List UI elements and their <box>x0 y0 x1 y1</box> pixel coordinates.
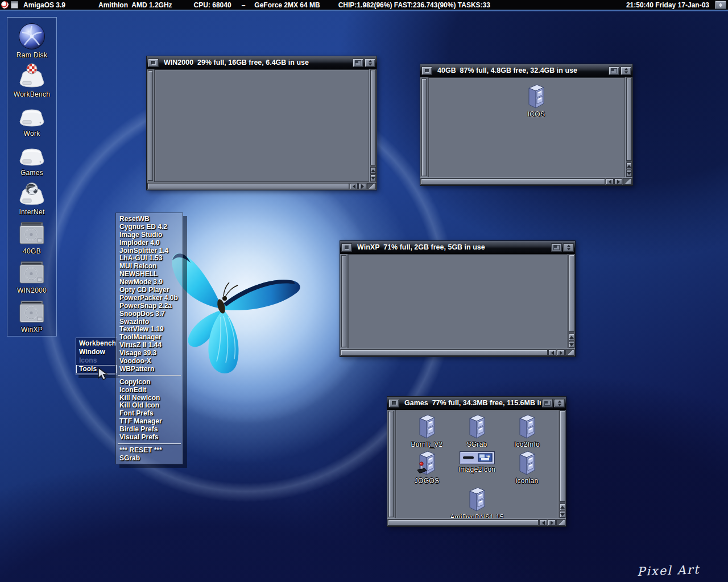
menu-item-mui-relcon[interactable]: MUI Relcon <box>116 262 183 270</box>
scroll-right-button[interactable] <box>614 178 622 185</box>
menu-item-virusz-ii-1-44[interactable]: VirusZ II 1.44 <box>116 341 183 349</box>
scroll-up-button[interactable] <box>560 504 565 510</box>
resize-corner[interactable] <box>623 178 632 185</box>
icon-winxp[interactable]: WinXP <box>7 294 56 334</box>
close-gadget[interactable] <box>148 59 159 67</box>
horizontal-scrollbar[interactable] <box>147 183 349 189</box>
close-gadget[interactable] <box>421 66 432 75</box>
scroll-down-button[interactable] <box>370 174 376 181</box>
menu-item-kill-newicon[interactable]: Kill NewIcon <box>116 394 183 402</box>
icon-ram-disk[interactable]: Ram Disk <box>7 20 56 59</box>
scroll-up-button[interactable] <box>370 167 376 174</box>
window-titlebar[interactable]: 40GB 87% full, 4.8GB free, 32.4GB in use <box>420 64 632 77</box>
scroll-right-button[interactable] <box>358 183 366 189</box>
scroll-left-button[interactable] <box>606 178 614 185</box>
icon-40gb[interactable]: 40GB <box>7 216 56 255</box>
scroll-left-button[interactable] <box>539 519 547 526</box>
vscroll-thumb[interactable] <box>370 70 376 165</box>
menu-item-iconedit[interactable]: IconEdit <box>116 386 183 394</box>
vertical-scrollbar[interactable] <box>568 254 575 348</box>
scroll-left-button[interactable] <box>350 183 358 189</box>
icon-sgrab[interactable]: SGrab <box>452 414 502 450</box>
zoom-gadget[interactable] <box>609 66 619 75</box>
menu-item-ttf-manager[interactable]: TTF Manager <box>116 417 183 425</box>
menu-item-cygnus-ed-4-2[interactable]: Cygnus ED 4.2 <box>116 223 183 231</box>
menu-item-birdie-prefs[interactable]: Birdie Prefs <box>116 425 183 433</box>
menu-item-swazinfo[interactable]: SwazInfo <box>116 318 183 326</box>
depth-gadget[interactable] <box>563 243 574 252</box>
icon-image2icon[interactable]: Image2Icon <box>452 450 502 487</box>
menu-item-textview-1-19[interactable]: TextView 1.19 <box>116 325 183 333</box>
icon-internet[interactable]: InterNet <box>7 177 56 216</box>
menu-item-lha-gui-1-53[interactable]: LhA-GUI 1.53 <box>116 254 183 262</box>
scroll-right-button[interactable] <box>548 519 556 526</box>
hscroll-thumb[interactable] <box>147 183 349 189</box>
vertical-scrollbar[interactable] <box>369 69 377 182</box>
menu-item-visual-prefs[interactable]: Visual Prefs <box>116 433 183 441</box>
vertical-scrollbar[interactable] <box>625 77 632 177</box>
icon-ico2info[interactable]: Ico2Info <box>502 414 552 450</box>
window-titlebar[interactable]: WinXP 71% full, 2GB free, 5GB in use <box>340 241 575 254</box>
screen-depth-gadget[interactable] <box>715 1 726 9</box>
scroll-left-button[interactable] <box>548 350 556 356</box>
close-gadget[interactable] <box>388 399 399 408</box>
zoom-gadget[interactable] <box>551 243 562 252</box>
menu-item-powerpacker-4-0b[interactable]: PowerPacker 4.0b <box>116 294 183 302</box>
menu-item-copyicon[interactable]: CopyIcon <box>116 378 183 386</box>
menu-item-voodoo-x[interactable]: Voodoo-X <box>116 357 183 365</box>
vertical-scrollbar[interactable] <box>559 410 566 518</box>
menu-item-opty-cd-player[interactable]: Opty CD Player <box>116 286 183 294</box>
resize-corner[interactable] <box>556 519 565 526</box>
menu-window[interactable]: Window <box>76 348 117 356</box>
scroll-down-button[interactable] <box>569 341 574 348</box>
zoom-gadget[interactable] <box>353 59 363 67</box>
menu-item-resetwb[interactable]: ResetWB <box>116 215 183 223</box>
window-win2000[interactable]: WIN2000 29% full, 16GB free, 6.4GB in us… <box>146 56 377 190</box>
vscroll-thumb[interactable] <box>569 255 574 332</box>
hscroll-thumb[interactable] <box>421 178 605 185</box>
menu-item-sgrab[interactable]: SGrab <box>116 454 183 462</box>
depth-gadget[interactable] <box>621 66 631 75</box>
menu-item-kill-old-icon[interactable]: Kill Old Icon <box>116 401 183 409</box>
scroll-up-button[interactable] <box>626 163 632 169</box>
icon-icos[interactable]: ICOS <box>448 84 624 118</box>
icon-jogos[interactable]: JOGOS <box>402 450 452 487</box>
window-games[interactable]: Games 77% full, 34.3MB free, 115.6MB in … <box>387 396 566 527</box>
resize-corner[interactable] <box>367 183 376 189</box>
icon-workbench[interactable]: WorkBench <box>7 59 56 98</box>
scroll-right-button[interactable] <box>557 350 565 356</box>
menu-item-newshell[interactable]: NEWSHELL <box>116 270 183 278</box>
menu-workbench[interactable]: Workbench <box>76 339 117 348</box>
menu-item-joinsplitter-1-4[interactable]: JoinSplitter 1.4 <box>116 247 183 255</box>
hscroll-thumb[interactable] <box>341 350 548 356</box>
depth-gadget[interactable] <box>365 59 375 67</box>
menu-item-font-prefs[interactable]: Font Prefs <box>116 409 183 417</box>
menu-item-toolmanager[interactable]: ToolManager <box>116 333 183 341</box>
window-winxp[interactable]: WinXP 71% full, 2GB free, 5GB in use <box>340 240 576 357</box>
menu-item-newmode-3-9[interactable]: NewMode 3.9 <box>116 278 183 286</box>
menu-icons[interactable]: Icons <box>76 356 117 365</box>
zoom-gadget[interactable] <box>542 399 553 408</box>
icon-amidyndns1-15[interactable]: AmiDynDNS1.15 <box>452 487 502 518</box>
vscroll-thumb[interactable] <box>626 78 632 161</box>
scroll-up-button[interactable] <box>569 334 574 340</box>
icon-burnit-v2[interactable]: BurnIt_V2 <box>402 414 452 450</box>
vscroll-thumb[interactable] <box>560 410 565 502</box>
menu-item-visage-39-3[interactable]: Visage 39.3 <box>116 349 183 357</box>
resize-corner[interactable] <box>565 350 574 356</box>
window-titlebar[interactable]: WIN2000 29% full, 16GB free, 6.4GB in us… <box>147 56 377 69</box>
window-titlebar[interactable]: Games 77% full, 34.3MB free, 115.6MB in … <box>387 397 566 410</box>
scroll-down-button[interactable] <box>560 511 565 518</box>
window-40gb[interactable]: 40GB 87% full, 4.8GB free, 32.4GB in use… <box>420 64 633 186</box>
menu-item-powersnap-2-2a[interactable]: PowerSnap 2.2a <box>116 302 183 310</box>
menu-item--reset-[interactable]: *** RESET *** <box>116 446 183 454</box>
horizontal-scrollbar[interactable] <box>341 350 548 356</box>
icon-win2000[interactable]: WIN2000 <box>7 255 56 294</box>
scroll-down-button[interactable] <box>626 170 632 177</box>
menu-item-snoopdos-3-7[interactable]: SnoopDos 3.7 <box>116 310 183 318</box>
horizontal-scrollbar[interactable] <box>421 178 605 185</box>
horizontal-scrollbar[interactable] <box>388 519 539 526</box>
close-gadget[interactable] <box>341 243 352 252</box>
icon-iconian[interactable]: iconian <box>502 450 552 487</box>
depth-gadget[interactable] <box>554 399 565 408</box>
